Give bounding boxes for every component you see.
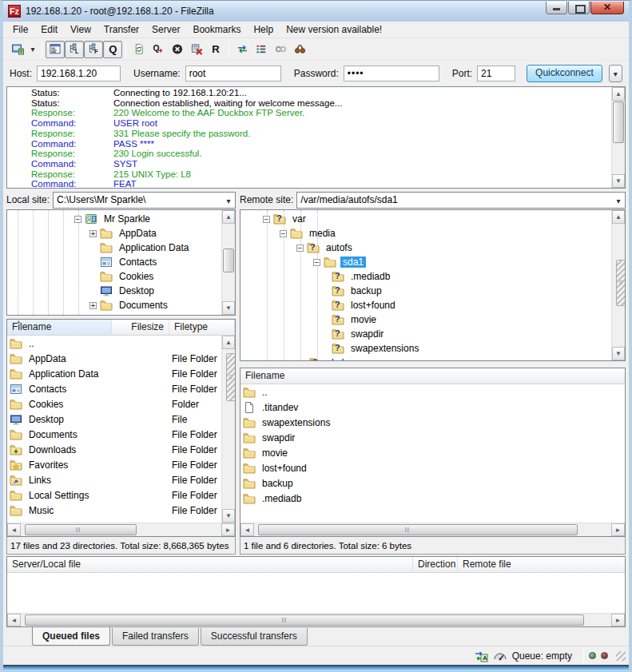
quickconnect-button[interactable]: Quickconnect	[527, 65, 602, 82]
scrollbar-thumb[interactable]	[223, 249, 234, 272]
tree-item[interactable]: ?autofs	[240, 241, 611, 255]
file-row[interactable]: DesktopFile	[7, 412, 221, 427]
scroll-up-icon[interactable]	[612, 210, 625, 224]
remote-tree-vertical-scrollbar[interactable]	[611, 210, 625, 360]
menu-file[interactable]: File	[6, 22, 34, 37]
splitter-collapse-icon[interactable]	[240, 361, 626, 368]
remote-list-horizontal-scrollbar[interactable]	[240, 523, 625, 536]
tree-item-selected[interactable]: sda1	[240, 255, 611, 269]
cancel-operation-icon[interactable]	[168, 41, 187, 58]
quickconnect-dropdown-icon[interactable]	[609, 65, 622, 82]
site-manager-icon[interactable]	[8, 41, 27, 58]
file-row[interactable]: swapdir	[240, 430, 625, 445]
collapse-icon[interactable]	[263, 216, 270, 223]
local-list-horizontal-scrollbar[interactable]	[7, 523, 235, 536]
refresh-icon[interactable]	[129, 41, 149, 58]
maximize-button[interactable]	[568, 2, 590, 14]
menu-new-version[interactable]: New version available!	[280, 22, 388, 37]
file-row[interactable]: ..	[240, 384, 625, 400]
column-header-remote-file[interactable]: Remote file	[458, 557, 625, 572]
scroll-left-icon[interactable]	[240, 523, 254, 536]
tree-item[interactable]: ?.mediadb	[240, 269, 611, 284]
port-input[interactable]: 21	[477, 66, 515, 82]
column-header-filename[interactable]: Filename	[240, 368, 625, 384]
site-manager-dropdown-icon[interactable]	[27, 41, 38, 58]
local-site-combobox[interactable]: C:\Users\Mr Sparkle\	[53, 192, 236, 209]
process-queue-icon[interactable]: Q	[149, 41, 168, 58]
scrollbar-thumb[interactable]	[25, 614, 584, 626]
tree-item[interactable]: Contacts	[7, 255, 221, 269]
title-bar[interactable]: Fz 192.168.1.20 - root@192.168.1.20 - Fi…	[3, 1, 629, 22]
scroll-left-icon[interactable]	[7, 523, 21, 536]
scroll-right-icon[interactable]	[611, 614, 625, 626]
file-row[interactable]: backup	[240, 475, 625, 491]
file-row[interactable]: MusicFile Folder	[7, 503, 221, 518]
username-input[interactable]: root	[185, 66, 281, 82]
menu-server[interactable]: Server	[145, 22, 186, 37]
expand-icon[interactable]	[89, 230, 97, 237]
menu-edit[interactable]: Edit	[34, 22, 64, 37]
file-row[interactable]: DocumentsFile Folder	[7, 427, 221, 442]
tree-item[interactable]: media	[240, 226, 611, 241]
collapse-icon[interactable]	[74, 216, 81, 223]
scrollbar-thumb[interactable]	[613, 101, 624, 143]
column-header-filetype[interactable]: Filetype	[169, 320, 235, 335]
queue-horizontal-scrollbar[interactable]	[7, 613, 625, 626]
scroll-down-icon[interactable]	[222, 509, 235, 523]
scroll-left-icon[interactable]	[7, 614, 21, 626]
tree-item[interactable]: Application Data	[7, 241, 221, 255]
collapse-icon[interactable]	[296, 245, 304, 252]
scrollbar-thumb[interactable]	[226, 353, 236, 401]
password-input[interactable]: ••••	[344, 66, 439, 82]
expand-icon[interactable]	[89, 302, 97, 309]
local-list-vertical-scrollbar[interactable]	[221, 336, 235, 523]
remote-site-combobox[interactable]: /var/media/autofs/sda1	[296, 192, 626, 209]
chevron-down-icon[interactable]	[222, 193, 235, 207]
tree-item[interactable]: AppData	[7, 226, 221, 241]
file-row[interactable]: movie	[240, 445, 625, 460]
file-row[interactable]: LinksFile Folder	[7, 472, 221, 487]
disconnect-icon[interactable]	[187, 41, 206, 58]
transfer-type-icon[interactable]: A	[474, 650, 488, 662]
scrollbar-thumb[interactable]	[25, 524, 137, 535]
scroll-up-icon[interactable]	[612, 87, 625, 101]
chevron-down-icon[interactable]	[612, 193, 625, 207]
tree-item[interactable]: Desktop	[7, 284, 221, 298]
local-treeview-toggle-icon[interactable]: L	[65, 41, 84, 58]
directory-comparison-icon[interactable]	[233, 41, 252, 58]
menu-transfer[interactable]: Transfer	[97, 22, 145, 37]
scroll-up-icon[interactable]	[222, 336, 235, 349]
scroll-down-icon[interactable]	[612, 174, 625, 188]
scroll-up-icon[interactable]	[222, 210, 235, 224]
scroll-down-icon[interactable]	[612, 347, 625, 360]
find-files-icon[interactable]	[290, 41, 309, 58]
file-row[interactable]: CookiesFolder	[7, 396, 221, 412]
file-row[interactable]: .mediadb	[240, 491, 625, 506]
file-row[interactable]: Local SettingsFile Folder	[7, 487, 221, 503]
log-vertical-scrollbar[interactable]	[611, 87, 625, 188]
scrollbar-thumb[interactable]	[616, 260, 626, 306]
tree-item[interactable]: Cookies	[7, 269, 221, 284]
minimize-button[interactable]	[546, 2, 567, 14]
column-header-filename[interactable]: Filename	[7, 320, 112, 335]
resize-grip[interactable]	[616, 651, 626, 661]
scroll-down-icon[interactable]	[222, 301, 235, 315]
file-row[interactable]: DownloadsFile Folder	[7, 442, 221, 457]
tree-item[interactable]: ?swapextensions	[240, 341, 611, 356]
menu-view[interactable]: View	[64, 22, 97, 37]
tree-item[interactable]: Mr Sparkle	[7, 212, 221, 226]
tab-failed-transfers[interactable]: Failed transfers	[112, 628, 199, 646]
local-tree-vertical-scrollbar[interactable]	[221, 210, 235, 315]
tab-queued-files[interactable]: Queued files	[32, 627, 110, 646]
file-row[interactable]: swapextensions	[240, 415, 625, 430]
reconnect-icon[interactable]: R	[206, 41, 225, 58]
remote-treeview-toggle-icon[interactable]: F	[84, 41, 103, 58]
tree-item[interactable]: ?swapdir	[240, 327, 611, 341]
scrollbar-thumb[interactable]	[258, 524, 578, 535]
tree-item[interactable]: ?dvd	[240, 356, 611, 360]
collapse-icon[interactable]	[280, 230, 287, 237]
file-row[interactable]: Application DataFile Folder	[7, 366, 221, 381]
tree-item[interactable]: ?lost+found	[240, 298, 611, 312]
menu-bookmarks[interactable]: Bookmarks	[186, 22, 247, 37]
tree-item[interactable]: ?backup	[240, 284, 611, 298]
